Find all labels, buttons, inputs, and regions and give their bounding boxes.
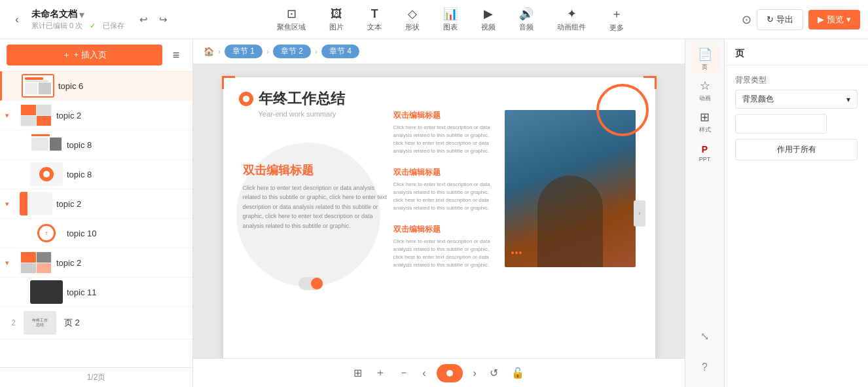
topic8b-thumb — [30, 162, 63, 186]
add-slide-button[interactable]: ＋ — [372, 363, 388, 382]
main-toolbar: ‹ 未命名文档 ▾ 累计已编辑 0 次 ✓ 已保存 ↩ ↪ ⊡ 聚焦区域 🖼 图… — [0, 0, 868, 39]
topic11-thumb — [30, 280, 63, 304]
tool-shape[interactable]: ◇ 形状 — [400, 4, 425, 35]
main-area: ＋ + 插入页 ≡ — [0, 39, 868, 387]
export-button[interactable]: ↻ 导出 — [757, 9, 803, 30]
settings-icon[interactable]: ⊙ — [742, 12, 751, 27]
tool-video[interactable]: ▶ 视频 — [476, 4, 501, 35]
topic6-label: topic 6 — [58, 81, 187, 91]
props-header: 页 — [725, 39, 868, 65]
back-button[interactable]: ‹ — [8, 10, 26, 29]
page-icon: 📄 — [698, 47, 712, 62]
page-indicator — [437, 364, 463, 382]
grid-view-button[interactable]: ⊞ — [351, 364, 365, 382]
star-icon: ☆ — [700, 79, 710, 93]
crumb1[interactable]: 章节 1 — [225, 45, 262, 58]
right-body-2: Click here to enter text description or … — [393, 181, 498, 212]
rotate-button[interactable]: ↺ — [487, 364, 501, 382]
more-label: 更多 — [609, 23, 624, 33]
center-text-area[interactable]: 双击编辑标题 Click here to enter text descript… — [243, 162, 393, 230]
rp-animation-button[interactable]: ☆ 动画 — [691, 76, 719, 105]
save-status: 已保存 — [103, 22, 124, 29]
crumb2[interactable]: 章节 2 — [273, 45, 311, 58]
sidebar-item-topic8a[interactable]: topic 8 — [0, 130, 192, 160]
crumb3[interactable]: 章节 4 — [321, 45, 359, 58]
topic2b-thumb — [20, 192, 52, 215]
corner-tr — [643, 76, 657, 89]
undo-button[interactable]: ↩ — [135, 11, 152, 28]
animation-icon: ✦ — [567, 7, 577, 21]
properties-panel: 页 背景类型 背景颜色 ▾ 作用于所有 — [724, 39, 868, 387]
doc-meta: 累计已编辑 0 次 ✓ 已保存 — [31, 21, 130, 31]
slide-title-area: 年终工作总结 Year-end work summary — [239, 89, 345, 118]
canvas-area: 🏠 › 章节 1 › 章节 2 › 章节 4 › — [193, 39, 685, 387]
prev-page-button[interactable]: ‹ — [420, 365, 428, 382]
plus-icon: ＋ — [62, 49, 71, 61]
sidebar-item-topic2b[interactable]: ▾ topic 2 — [0, 189, 192, 219]
apply-all-button[interactable]: 作用于所有 — [735, 139, 858, 160]
topic2b-label: topic 2 — [56, 199, 187, 209]
insert-page-button[interactable]: ＋ + 插入页 — [7, 45, 162, 65]
tool-audio[interactable]: 🔊 音频 — [514, 4, 539, 35]
toolbar-center: ⊡ 聚焦区域 🖼 图片 T 文本 ◇ 形状 📊 图表 ▶ 视频 🔊 音频 ✦ — [177, 3, 724, 35]
rp-page-button[interactable]: 📄 页 — [691, 45, 719, 73]
tool-animation[interactable]: ✦ 动画组件 — [552, 4, 591, 35]
rp-help-button[interactable]: ? — [691, 353, 719, 382]
right-section-2: 双击编辑标题 Click here to enter text descript… — [393, 167, 498, 212]
expand-handle[interactable]: › — [634, 200, 645, 227]
right-section-3: 双击编辑标题 Click here to enter text descript… — [393, 224, 498, 269]
tool-more[interactable]: ＋ 更多 — [604, 3, 629, 35]
preview-button[interactable]: ▶ 预览 ▾ — [808, 10, 860, 29]
sidebar-item-topic2c[interactable]: ▾ topic 2 — [0, 248, 192, 278]
tool-focus[interactable]: ⊡ 聚焦区域 — [272, 4, 311, 35]
sidebar-item-topic8b[interactable]: topic 8 — [0, 160, 192, 189]
tool-text[interactable]: T 文本 — [362, 5, 387, 35]
center-heading: 双击编辑标题 — [243, 162, 393, 178]
title-dot-inner — [243, 96, 249, 102]
rp-style-button[interactable]: ⊞ 样式 — [691, 107, 719, 136]
next-page-button[interactable]: › — [471, 365, 479, 382]
topic6-thumb — [22, 74, 54, 98]
preview-arrow: ▾ — [846, 14, 851, 24]
right-content-area[interactable]: 双击编辑标题 Click here to enter text descript… — [393, 110, 498, 281]
sidebar-item-topic11[interactable]: topic 11 — [0, 278, 192, 307]
canvas-scroll[interactable]: 年终工作总结 Year-end work summary 双击编辑标题 Clic… — [193, 64, 685, 358]
lock-button[interactable]: 🔓 — [509, 364, 527, 382]
sidebar-menu-button[interactable]: ≡ — [166, 45, 186, 65]
slide-container: 年终工作总结 Year-end work summary 双击编辑标题 Clic… — [223, 77, 655, 358]
tool-image[interactable]: 🖼 图片 — [324, 5, 349, 35]
undo-redo-group: ↩ ↪ — [135, 11, 172, 28]
corner-tl — [222, 76, 235, 89]
toolbar-right: ⊙ ↻ 导出 ▶ 预览 ▾ — [729, 9, 860, 30]
bg-type-label: 背景类型 — [735, 75, 858, 86]
bg-color-preview[interactable] — [735, 114, 827, 134]
doc-title: 未命名文档 — [31, 9, 77, 20]
doc-title-arrow[interactable]: ▾ — [79, 9, 84, 21]
canvas-footer: ⊞ ＋ － ‹ › ↺ 🔓 — [193, 358, 685, 387]
more-icon: ＋ — [611, 6, 623, 22]
sidebar-item-topic10[interactable]: T topic 10 — [0, 219, 192, 248]
redo-button[interactable]: ↪ — [154, 11, 172, 28]
rp-ppt-button[interactable]: P PPT — [691, 139, 719, 168]
sidebar-item-topic2a[interactable]: ▾ topic 2 — [0, 101, 192, 130]
slide-content[interactable]: 年终工作总结 Year-end work summary 双击编辑标题 Clic… — [223, 77, 655, 358]
page-count: 1/2页 — [87, 373, 106, 382]
video-label: 视频 — [481, 22, 496, 32]
sidebar-item-topic6[interactable]: topic 6 — [0, 71, 192, 101]
sep1: › — [218, 47, 221, 56]
rp-resize-button[interactable]: ⤡ — [691, 322, 719, 350]
topic10-label: topic 10 — [67, 229, 187, 238]
home-icon[interactable]: 🏠 — [204, 46, 214, 56]
tool-chart[interactable]: 📊 图表 — [438, 4, 463, 35]
audio-icon: 🔊 — [519, 7, 533, 21]
zoom-out-button[interactable]: － — [396, 363, 412, 382]
toggle-control[interactable] — [298, 277, 323, 290]
topic10-thumb: T — [30, 221, 63, 245]
center-body: Click here to enter text description or … — [243, 183, 393, 230]
bg-type-dropdown[interactable]: 背景颜色 ▾ — [735, 90, 858, 109]
resize-icon: ⤡ — [700, 330, 709, 342]
shape-icon: ◇ — [408, 7, 417, 21]
page2-row[interactable]: 2 年终工作总结 页 2 — [0, 307, 192, 339]
edit-count: 累计已编辑 0 次 — [31, 22, 82, 29]
ppt-icon: P — [702, 144, 708, 155]
